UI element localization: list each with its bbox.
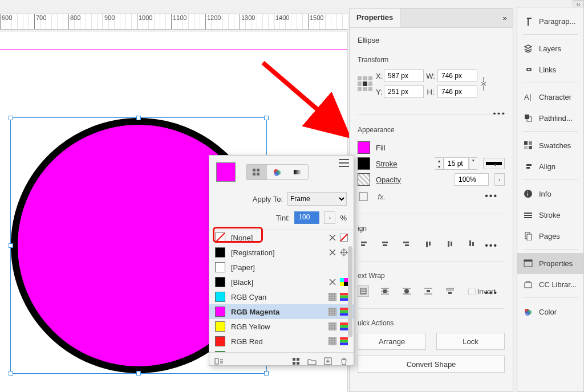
swatch-row[interactable]: [None]	[209, 230, 354, 245]
swatch-label: RGB Green	[231, 352, 323, 353]
swatch-grid-view-icon[interactable]	[246, 165, 267, 179]
fill-swatch[interactable]	[358, 141, 370, 154]
svg-point-30	[274, 172, 279, 176]
sidebar-item-layers[interactable]: Layers	[517, 38, 583, 59]
no-wrap-icon[interactable]	[358, 285, 369, 297]
more-options-icon[interactable]: •••	[485, 240, 498, 252]
gradient-view-icon[interactable]	[287, 165, 308, 179]
swatch-list[interactable]: [None][Registration][Paper][Black]RGB Cy…	[209, 230, 354, 353]
svg-rect-6	[448, 292, 452, 294]
sidebar-item-swatches[interactable]: Swatches	[517, 135, 583, 156]
stroke-weight-stepper[interactable]: ▲▼ ▾	[435, 157, 477, 170]
stroke-label[interactable]: Stroke	[376, 160, 398, 168]
align-bottom-icon[interactable]	[466, 238, 477, 250]
sidebar-item-properties[interactable]: Properties	[517, 253, 583, 274]
swatch-row[interactable]: RGB Magenta	[209, 304, 354, 319]
h-input[interactable]	[437, 85, 477, 98]
trash-icon[interactable]	[339, 356, 349, 366]
ruler-tick: 1200	[205, 14, 221, 29]
apply-to-select[interactable]: Frame	[287, 192, 347, 206]
sidebar-item-pathfind-[interactable]: Pathfind...	[517, 108, 583, 129]
opacity-label[interactable]: Opacity	[376, 175, 401, 184]
w-input[interactable]	[437, 70, 477, 82]
new-color-group-icon[interactable]	[291, 356, 301, 366]
tint-stepper-icon[interactable]: ›	[324, 211, 335, 224]
more-options-icon[interactable]: •••	[485, 288, 498, 299]
resize-handle[interactable]	[264, 116, 269, 120]
align-top-icon[interactable]	[423, 238, 434, 250]
sidebar-item-cc-librar-[interactable]: CC Librar...	[517, 274, 583, 295]
sidebar-item-align[interactable]: Align	[517, 156, 583, 177]
sidebar-item-paragrap-[interactable]: Paragrap...	[517, 11, 583, 32]
reference-point-grid[interactable]	[358, 76, 372, 91]
swatch-row[interactable]: [Paper]	[209, 260, 354, 275]
new-swatch-icon[interactable]	[323, 356, 333, 366]
align-vcenter-icon[interactable]	[444, 238, 456, 250]
divider	[523, 179, 578, 180]
svg-rect-39	[340, 282, 344, 286]
lock-button[interactable]: Lock	[436, 333, 505, 350]
y-input[interactable]	[384, 85, 424, 98]
wrap-shape-icon[interactable]	[401, 285, 412, 297]
current-fill-swatch[interactable]	[216, 162, 236, 182]
sidebar-item-links[interactable]: Links	[517, 59, 583, 80]
swatch-row[interactable]: [Black]	[209, 275, 354, 289]
color-picker-icon[interactable]	[267, 165, 287, 179]
panel-menu-icon[interactable]	[339, 159, 349, 167]
swatch-meta-icon	[340, 278, 348, 286]
jump-column-icon[interactable]	[444, 285, 456, 297]
swatch-row[interactable]: [Registration]	[209, 245, 354, 260]
scrollbar[interactable]	[348, 246, 352, 337]
resize-handle[interactable]	[9, 116, 13, 120]
properties-tab[interactable]: Properties	[350, 9, 400, 27]
sidebar-item-color[interactable]: Color	[517, 301, 583, 322]
swatch-label: [None]	[231, 234, 323, 242]
sidebar-item-stroke[interactable]: Stroke	[517, 205, 583, 226]
jump-object-icon[interactable]	[423, 285, 434, 297]
opacity-stepper-icon[interactable]: ›	[494, 173, 505, 186]
tint-percent-label: %	[340, 214, 347, 222]
divider	[523, 131, 578, 132]
svg-rect-26	[253, 173, 256, 175]
w-label: W:	[424, 72, 437, 80]
swatch-view-segmented[interactable]	[246, 164, 309, 180]
resize-handle[interactable]	[9, 243, 13, 248]
stroke-swatch[interactable]	[358, 157, 370, 170]
align-left-icon[interactable]	[358, 238, 369, 250]
svg-rect-42	[340, 293, 348, 296]
svg-rect-50	[340, 322, 348, 325]
more-options-icon[interactable]: •••	[351, 191, 498, 202]
svg-rect-19	[524, 260, 532, 262]
sidebar-item-pages[interactable]: Pages	[517, 226, 583, 247]
side-panel-tabs: Paragrap...LayersLinksACharacterPathfind…	[517, 7, 584, 392]
opacity-input[interactable]	[455, 173, 489, 186]
arrange-button[interactable]: Arrange	[358, 333, 426, 350]
stroke-weight-input[interactable]	[444, 157, 469, 170]
swatch-row[interactable]: RGB Cyan	[209, 289, 354, 304]
align-right-icon[interactable]	[401, 238, 412, 250]
tint-input[interactable]: 100	[294, 211, 319, 224]
swatch-row[interactable]: RGB Green	[209, 349, 354, 353]
sidebar-item-info[interactable]: iInfo	[517, 183, 583, 205]
swatch-row[interactable]: RGB Red	[209, 334, 354, 349]
align-hcenter-icon[interactable]	[379, 238, 391, 250]
sidebar-item-character[interactable]: ACharacter	[517, 87, 583, 108]
opacity-swatch[interactable]	[358, 173, 370, 186]
resize-handle[interactable]	[136, 371, 141, 375]
swatch-label: RGB Magenta	[231, 308, 323, 316]
sidebar-item-label: Color	[539, 308, 557, 316]
new-folder-icon[interactable]	[307, 356, 317, 366]
svg-text:A: A	[524, 93, 529, 101]
constrain-proportions-icon[interactable]	[478, 78, 489, 89]
swatch-options-icon[interactable]	[214, 356, 224, 366]
wrap-bbox-icon[interactable]	[379, 285, 391, 297]
swatch-row[interactable]: RGB Yellow	[209, 319, 354, 334]
convert-shape-button[interactable]: Convert Shape	[358, 356, 505, 373]
stroke-style-dropdown[interactable]: ▾	[483, 158, 505, 169]
svg-rect-48	[340, 313, 348, 316]
resize-handle[interactable]	[9, 371, 13, 375]
resize-handle[interactable]	[264, 371, 269, 375]
panel-menu-icon[interactable]: »	[497, 9, 513, 27]
x-input[interactable]	[384, 70, 424, 82]
resize-handle[interactable]	[136, 116, 141, 120]
